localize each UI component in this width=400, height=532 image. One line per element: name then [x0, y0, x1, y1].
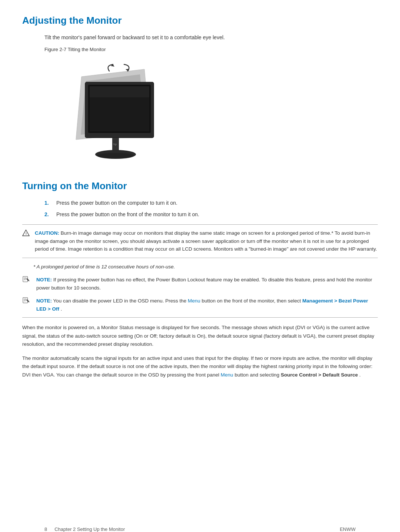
intro-paragraph: Tilt the monitor's panel forward or back… — [44, 34, 378, 41]
note-2-menu-link: Menu — [188, 298, 200, 304]
footer-lang: ENWW — [340, 526, 356, 532]
note-2-label: NOTE: — [36, 298, 52, 304]
note-icon-1 — [22, 276, 33, 284]
para2-end: . — [359, 372, 361, 378]
note-1-body: If pressing the power button has no effe… — [36, 277, 372, 291]
caution-content: CAUTION: Burn-in image damage may occur … — [35, 229, 378, 253]
para2-after: button and selecting — [234, 372, 281, 378]
figure-caption: Figure 2-7 Tilting the Monitor — [44, 47, 378, 52]
note-2-content: NOTE: You can disable the power LED in t… — [36, 297, 378, 313]
steps-list: Press the power button on the computer t… — [44, 199, 378, 218]
figure-label: Figure 2-7 — [44, 47, 66, 52]
note-2-before: You can disable the power LED in the OSD… — [53, 298, 188, 304]
footer-page-number: 8 — [44, 526, 47, 532]
footer-chapter: Chapter 2 Setting Up the Monitor — [54, 526, 125, 532]
para2-bold: Source Control > Default Source — [281, 372, 358, 378]
svg-text:!: ! — [26, 232, 27, 235]
page-footer: 8 Chapter 2 Setting Up the Monitor ENWW — [44, 526, 356, 532]
caution-box: ! CAUTION: Burn-in image damage may occu… — [22, 224, 378, 258]
note-2-after: button on the front of the monitor, then… — [202, 298, 303, 304]
svg-rect-5 — [90, 86, 149, 97]
svg-point-8 — [97, 153, 134, 159]
caution-footnote: * A prolonged period of time is 12 conse… — [33, 263, 378, 271]
note-1-label: NOTE: — [36, 277, 52, 282]
monitor-tilt-illustration: hp — [59, 58, 170, 169]
step-1-text: Press the power button on the computer t… — [56, 199, 177, 207]
para2-menu-link: Menu — [221, 372, 233, 378]
note-box-2: NOTE: You can disable the power LED in t… — [22, 297, 378, 318]
footer-left: 8 Chapter 2 Setting Up the Monitor — [44, 526, 125, 532]
step-2-text: Press the power button on the front of t… — [56, 211, 199, 218]
figure-caption-text: Tilting the Monitor — [66, 47, 106, 52]
note-icon-2 — [22, 297, 33, 305]
body-paragraph-1: When the monitor is powered on, a Monito… — [22, 324, 378, 348]
caution-icon: ! — [22, 230, 31, 238]
note-1-content: NOTE: If pressing the power button has n… — [36, 276, 378, 292]
section-title-adjusting: Adjusting the Monitor — [22, 15, 378, 26]
body-paragraph-2: The monitor automatically scans the sign… — [22, 354, 378, 379]
section-title-turning-on: Turning on the Monitor — [22, 180, 378, 192]
caution-label: CAUTION: — [35, 230, 59, 236]
figure-monitor-tilt: hp — [59, 58, 170, 169]
note-box-1: NOTE: If pressing the power button has n… — [22, 276, 378, 292]
step-1: Press the power button on the computer t… — [44, 199, 378, 207]
svg-text:hp: hp — [113, 143, 117, 146]
caution-body: Burn-in image damage may occur on monito… — [35, 230, 377, 252]
note-2-end: . — [61, 306, 62, 312]
step-2: Press the power button on the front of t… — [44, 211, 378, 218]
